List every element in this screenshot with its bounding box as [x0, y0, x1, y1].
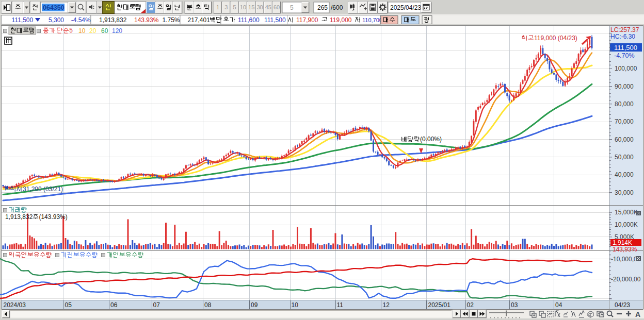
- svg-text:10: 10: [78, 27, 86, 35]
- svg-text:117,900: 117,900: [296, 16, 318, 24]
- svg-text:111,600: 111,600: [238, 16, 260, 24]
- svg-text:60: 60: [273, 4, 280, 10]
- svg-text:119,000 (04/23): 119,000 (04/23): [534, 35, 577, 42]
- svg-text:119,000: 119,000: [330, 16, 352, 24]
- svg-text:/600: /600: [331, 4, 343, 11]
- svg-text:50,000: 50,000: [615, 154, 634, 161]
- svg-text:02: 02: [467, 301, 474, 309]
- svg-text:10,000K: 10,000K: [615, 221, 638, 228]
- svg-text:04/23: 04/23: [615, 301, 630, 309]
- svg-text:08: 08: [204, 301, 212, 309]
- svg-text:70,000: 70,000: [615, 118, 634, 125]
- svg-text:15,000K: 15,000K: [615, 209, 638, 216]
- svg-text:31,200 (03/21): 31,200 (03/21): [23, 186, 63, 193]
- svg-text:265: 265: [317, 4, 328, 11]
- svg-text:06: 06: [110, 301, 118, 309]
- svg-text:5: 5: [69, 27, 73, 34]
- svg-text:30,000: 30,000: [615, 189, 634, 196]
- svg-text:15: 15: [248, 4, 254, 10]
- svg-text:60,000: 60,000: [615, 136, 634, 143]
- svg-text:60: 60: [101, 27, 108, 35]
- svg-text:20: 20: [89, 27, 96, 35]
- svg-text:80,000: 80,000: [615, 100, 634, 108]
- svg-text:(143.93%): (143.93%): [39, 213, 67, 221]
- svg-text:2024/03: 2024/03: [4, 301, 26, 309]
- svg-text:1,914K: 1,914K: [613, 239, 632, 246]
- svg-text:5: 5: [290, 4, 294, 11]
- svg-text:-4.70%: -4.70%: [614, 52, 635, 59]
- svg-text:(0.00%): (0.00%): [420, 136, 442, 143]
- svg-text:12: 12: [383, 301, 390, 309]
- svg-text:40,000: 40,000: [615, 171, 634, 178]
- svg-text:10: 10: [292, 301, 299, 309]
- svg-text:111,500: 111,500: [12, 16, 34, 24]
- svg-text:11: 11: [337, 301, 344, 309]
- svg-text:A: A: [635, 310, 640, 318]
- svg-text:110,700: 110,700: [362, 17, 382, 23]
- svg-text:1: 1: [216, 4, 219, 10]
- svg-text:09: 09: [251, 301, 258, 309]
- svg-text:217,401: 217,401: [188, 16, 211, 24]
- svg-text:111,500: 111,500: [264, 16, 286, 24]
- svg-text:5: 5: [233, 4, 236, 10]
- svg-text:100,000: 100,000: [615, 65, 637, 72]
- svg-text:03: 03: [511, 301, 518, 309]
- svg-text:1,913,832: 1,913,832: [99, 16, 127, 24]
- svg-text:05: 05: [65, 301, 72, 309]
- svg-text:2025/01: 2025/01: [428, 301, 451, 309]
- svg-text:10: 10: [240, 4, 246, 10]
- svg-text:1.75%: 1.75%: [163, 16, 180, 24]
- svg-text:-4.54%: -4.54%: [71, 16, 91, 24]
- svg-text:90,000: 90,000: [615, 83, 634, 90]
- svg-text:143.93%: 143.93%: [134, 16, 159, 24]
- svg-text:120: 120: [112, 27, 122, 35]
- svg-text:HC:-6.30: HC:-6.30: [610, 33, 635, 40]
- svg-text:07: 07: [153, 301, 160, 309]
- svg-text:30: 30: [256, 4, 263, 10]
- svg-text:2025/04/23: 2025/04/23: [390, 4, 421, 11]
- svg-text:143,93%: 143,93%: [613, 246, 637, 253]
- svg-text:3: 3: [224, 4, 228, 10]
- svg-text:04: 04: [555, 301, 562, 309]
- svg-text:45: 45: [265, 4, 271, 10]
- svg-text:1,913,832: 1,913,832: [5, 213, 33, 221]
- svg-text:111,500: 111,500: [614, 44, 637, 52]
- svg-text:-20,000,00: -20,000,00: [611, 276, 641, 283]
- svg-text:064350: 064350: [43, 4, 65, 11]
- svg-text:5,300: 5,300: [49, 16, 64, 24]
